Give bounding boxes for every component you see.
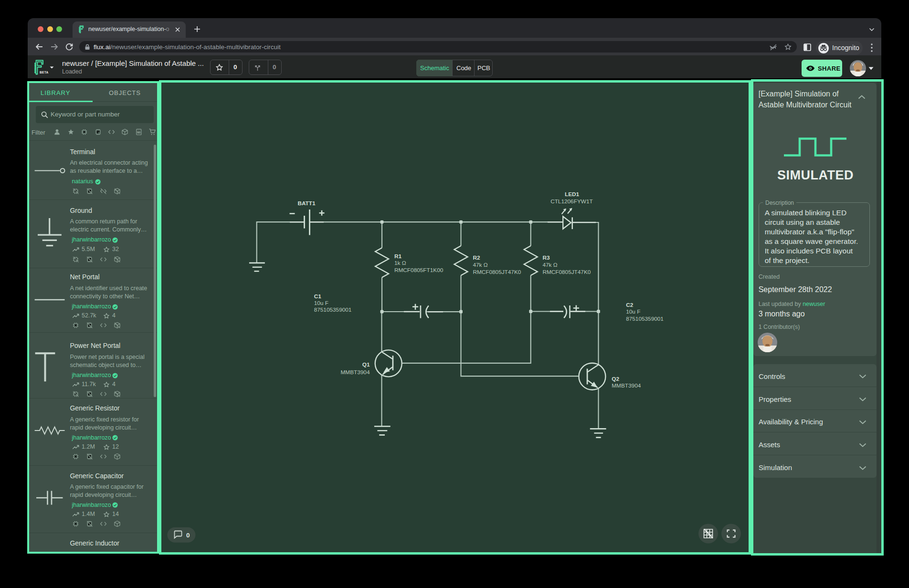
svg-text:47k Ω: 47k Ω [542,262,557,268]
svg-text:MMBT3904: MMBT3904 [612,382,641,389]
svg-text:BATT1: BATT1 [297,200,316,207]
svg-text:10u F: 10u F [314,300,328,306]
svg-text:1k Ω: 1k Ω [394,260,406,266]
svg-text:CTL1206FYW1T: CTL1206FYW1T [550,198,593,205]
svg-text:0: 0 [186,532,190,539]
svg-text:RMCF0805JT47K0: RMCF0805JT47K0 [473,269,521,275]
svg-text:RMCF0805JT47K0: RMCF0805JT47K0 [542,269,591,275]
svg-text:R1: R1 [394,253,402,260]
svg-text:875105359001: 875105359001 [314,306,352,313]
svg-text:Q2: Q2 [612,376,619,382]
svg-text:875105359001: 875105359001 [626,315,664,322]
svg-text:47k Ω: 47k Ω [473,262,487,268]
svg-text:C2: C2 [626,302,634,308]
svg-text:C1: C1 [314,293,322,300]
svg-text:R2: R2 [473,254,480,261]
svg-text:R3: R3 [542,254,550,261]
svg-text:10u F: 10u F [626,308,640,315]
svg-text:LED1: LED1 [565,191,580,198]
svg-text:RMCF0805FT1K00: RMCF0805FT1K00 [394,267,444,273]
svg-text:MMBT3904: MMBT3904 [341,369,370,376]
svg-text:Q1: Q1 [362,361,370,368]
